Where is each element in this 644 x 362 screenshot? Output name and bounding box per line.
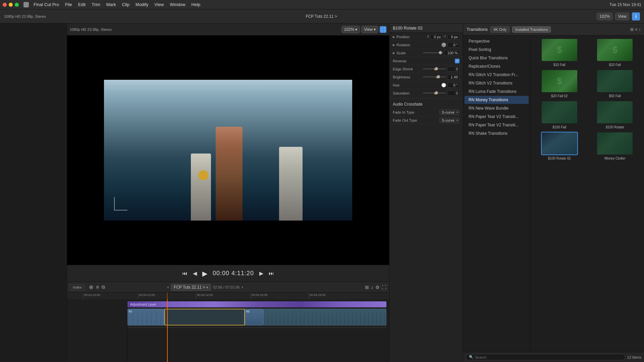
fade-in-select-wrapper: S-curve Linear xyxy=(439,110,460,115)
saturation-slider[interactable]: ◆ xyxy=(423,93,446,94)
thumb-100-fall[interactable]: $100 Fall xyxy=(533,101,586,129)
rotation-input[interactable] xyxy=(447,42,460,48)
timeline-header: Index ⊕ ≡ ⧉ ‹ FCP Tuts 22.11 > ▾ 02:06 /… xyxy=(67,282,389,293)
rotation-dial[interactable] xyxy=(441,43,446,47)
video-preview xyxy=(104,80,352,221)
filter-installed-btn[interactable]: Installed Transitions xyxy=(512,26,551,33)
timeline-zoom-icon[interactable]: ⊞ xyxy=(365,285,369,290)
preview-zoom-controls: 102% ▾ View ▾ ⛶ xyxy=(341,26,387,33)
clip-3[interactable] xyxy=(263,309,386,325)
list-item-rn-glitch-2[interactable]: RN Glitch V2 Transitions xyxy=(465,79,529,87)
menu-trim[interactable]: Trim xyxy=(89,1,103,8)
list-item-rn-money[interactable]: RN Money Transitions xyxy=(465,96,529,104)
list-item-rn-shake[interactable]: RN Shake Transitions xyxy=(465,129,529,137)
brightness-input[interactable] xyxy=(447,74,460,80)
saturation-row: Saturation ◆ xyxy=(389,89,463,97)
menu-bar-right: Tue 15 Nov 19:41 xyxy=(609,0,641,9)
video-frame xyxy=(104,80,352,221)
fullscreen-btn[interactable]: ⛶ xyxy=(380,26,386,33)
list-item-rn-glitch-1[interactable]: RN Glitch V2 Transition Fr... xyxy=(465,71,529,79)
brightness-thumb[interactable]: ◆ xyxy=(437,75,440,78)
edge-shrink-thumb[interactable]: ◆ xyxy=(435,67,438,70)
menu-file[interactable]: File xyxy=(62,1,75,8)
filter-4k-btn[interactable]: 4K Only xyxy=(490,26,509,33)
inspector-toggle[interactable]: i xyxy=(632,12,640,20)
timeline-settings-icon[interactable]: ⚙ xyxy=(375,285,380,290)
search-box: 🔍 xyxy=(466,354,625,360)
left-sidebar xyxy=(0,23,67,362)
go-to-end-btn[interactable]: ⏭ xyxy=(269,270,274,277)
list-item-rn-paper-tear-2[interactable]: RN Paper Tear V2 Transiti... xyxy=(465,121,529,129)
thumb-100-rotate[interactable]: $100 Rotate xyxy=(589,101,642,129)
menu-help[interactable]: Help xyxy=(189,1,203,8)
close-button[interactable] xyxy=(3,3,7,7)
fade-in-type-select[interactable]: S-curve Linear xyxy=(439,110,460,115)
transitions-grid-icon[interactable]: ⊞ xyxy=(630,27,634,32)
scale-thumb[interactable] xyxy=(439,51,442,54)
search-input[interactable] xyxy=(475,355,622,359)
hue-knob[interactable] xyxy=(441,83,446,87)
minimize-button[interactable] xyxy=(9,3,13,7)
menu-app[interactable]: Final Cut Pro xyxy=(31,1,62,8)
saturation-thumb[interactable]: ◆ xyxy=(435,91,438,95)
timeline-fullscreen-icon[interactable]: ⛶ xyxy=(382,285,386,290)
saturation-input[interactable] xyxy=(447,90,460,96)
expand-arrow-icon: ▶ xyxy=(393,43,395,47)
timeline-icon-3[interactable]: ⧉ xyxy=(102,284,105,290)
hue-input[interactable] xyxy=(447,82,460,88)
view-btn[interactable]: View xyxy=(615,13,629,20)
position-y-input[interactable] xyxy=(447,34,460,40)
menu-mark[interactable]: Mark xyxy=(104,1,119,8)
thumb-money-clutter[interactable]: Money Clutter xyxy=(589,132,642,160)
index-button[interactable]: Index xyxy=(70,284,85,290)
item-count: 12 Items xyxy=(627,355,641,359)
edge-shrink-slider[interactable]: ◆ xyxy=(423,68,446,69)
list-item-rn-new-wave[interactable]: RN New Wave Bundle xyxy=(465,104,529,112)
clip-1[interactable]: 01 xyxy=(127,309,164,325)
menu-modify[interactable]: Modify xyxy=(133,1,151,8)
view-dropdown[interactable]: View ▾ xyxy=(361,26,378,33)
scale-slider[interactable] xyxy=(423,52,443,53)
transitions-list-icon[interactable]: ≡ xyxy=(635,27,637,32)
list-item-rn-luma-fade[interactable]: RN Luma Fade Transitions xyxy=(465,87,529,96)
step-back-btn[interactable]: ◀ xyxy=(193,270,197,277)
playhead[interactable] xyxy=(167,299,168,362)
brightness-slider[interactable]: ◆ xyxy=(423,76,446,77)
list-item-quick-blur[interactable]: Quick Blur Transitions xyxy=(465,54,529,62)
go-to-start-btn[interactable]: ⏮ xyxy=(182,270,187,277)
list-item-perspective[interactable]: Perspective xyxy=(465,37,529,45)
clip-2[interactable]: 02 xyxy=(245,309,263,325)
timeline-icon-1[interactable]: ⊕ xyxy=(89,284,93,290)
thumb-10-fall[interactable]: $10 Fall xyxy=(533,38,586,67)
position-x-input[interactable] xyxy=(430,34,442,40)
menu-window[interactable]: Window xyxy=(167,1,188,8)
transitions-sort-icon[interactable]: ↕ xyxy=(639,27,641,32)
edge-shrink-input[interactable] xyxy=(447,66,460,72)
reverse-checkbox[interactable]: ✓ xyxy=(455,59,460,63)
transitions-footer: 🔍 12 Items xyxy=(463,352,644,362)
timeline-project-name[interactable]: FCP Tuts 22.11 > ▾ xyxy=(171,284,211,291)
list-item-pixel-sorting[interactable]: Pixel Sorting xyxy=(465,46,529,54)
thumb-20-fall[interactable]: $20 Fall xyxy=(589,38,642,67)
list-item-replicator-clones[interactable]: Replicator/Clones xyxy=(465,62,529,70)
clip-selected[interactable] xyxy=(164,309,245,325)
play-btn[interactable]: ▶ xyxy=(202,269,207,278)
menu-edit[interactable]: Edit xyxy=(75,1,88,8)
timeline-audio-icon[interactable]: ♪ xyxy=(371,285,373,290)
thumb-50-fall[interactable]: $50 Fall xyxy=(589,69,642,98)
menu-view[interactable]: View xyxy=(152,1,166,8)
menu-clip[interactable]: Clip xyxy=(119,1,132,8)
inspector-title: $100 Rotate 02 xyxy=(389,23,463,33)
thumb-100-rotate-02[interactable]: $100 Rotate 02 xyxy=(533,132,586,160)
maximize-button[interactable] xyxy=(15,3,19,7)
timeline-icon-2[interactable]: ≡ xyxy=(96,284,99,290)
scale-input[interactable] xyxy=(444,50,460,56)
zoom-dropdown[interactable]: 102% ▾ xyxy=(341,26,360,33)
timeline-prev-btn[interactable]: ‹ xyxy=(167,285,169,290)
step-forward-btn[interactable]: ▶ xyxy=(259,270,263,277)
fade-out-type-select[interactable]: S-curve Linear xyxy=(439,118,460,123)
thumb-20-fall-02[interactable]: $20 Fall 02 xyxy=(533,69,586,98)
timeline-next-btn[interactable]: › xyxy=(241,285,243,290)
zoom-btn[interactable]: 102% xyxy=(597,13,612,20)
list-item-rn-paper-tear-1[interactable]: RN Paper Tear V2 Transiti... xyxy=(465,113,529,121)
